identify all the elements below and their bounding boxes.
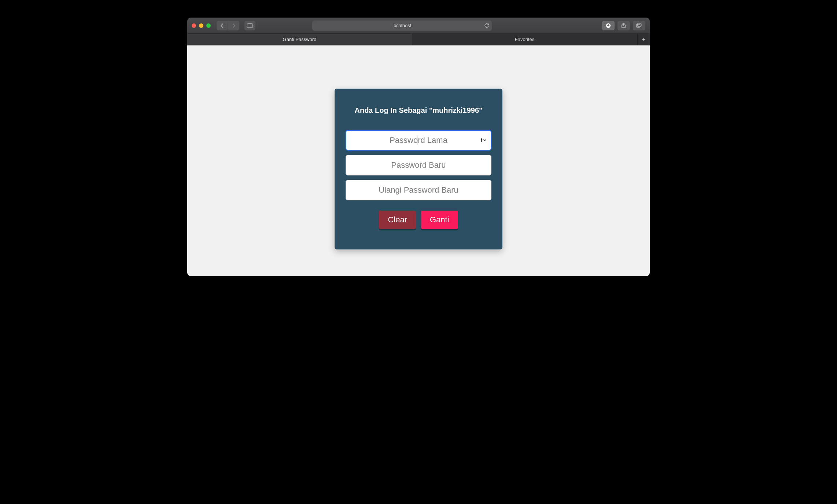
minimize-window-button[interactable] [199, 23, 203, 28]
window-controls [192, 23, 211, 28]
password-autofill-button[interactable] [480, 138, 486, 142]
tab-label: Ganti Password [283, 37, 317, 42]
button-row: Clear Ganti [346, 211, 491, 229]
new-password-field-wrap [346, 155, 491, 175]
reload-icon [484, 23, 489, 28]
chevron-down-icon [483, 139, 486, 141]
tabs-overview-button[interactable] [633, 21, 645, 30]
share-icon [621, 23, 626, 28]
tabs-icon [636, 23, 642, 28]
close-window-button[interactable] [192, 23, 196, 28]
tab-ganti-password[interactable]: Ganti Password [187, 34, 412, 45]
key-icon [480, 138, 483, 142]
address-bar[interactable]: localhost [312, 21, 492, 31]
svg-rect-4 [637, 24, 640, 27]
reload-button[interactable] [484, 23, 489, 28]
old-password-field-wrap [346, 130, 491, 151]
text-caret [417, 136, 417, 145]
tab-label: Favorites [515, 37, 534, 42]
change-password-card: Anda Log In Sebagai "muhrizki1996" [335, 89, 502, 249]
chevron-left-icon [220, 23, 224, 28]
svg-rect-0 [247, 23, 253, 27]
share-button[interactable] [617, 21, 630, 30]
titlebar: localhost [187, 18, 650, 34]
chevron-right-icon [232, 23, 236, 28]
page-viewport: Anda Log In Sebagai "muhrizki1996" [187, 45, 650, 276]
svg-rect-8 [481, 142, 482, 142]
forward-button[interactable] [228, 21, 239, 30]
submit-button[interactable]: Ganti [421, 211, 458, 229]
back-button[interactable] [217, 21, 228, 30]
browser-window: localhost [187, 18, 650, 276]
new-tab-button[interactable]: + [637, 34, 650, 45]
repeat-password-field-wrap [346, 180, 491, 200]
nav-back-forward [217, 21, 239, 30]
new-password-input[interactable] [346, 155, 491, 175]
tab-favorites[interactable]: Favorites [412, 34, 637, 45]
sidebar-icon [247, 23, 253, 28]
zoom-window-button[interactable] [206, 23, 211, 28]
card-heading: Anda Log In Sebagai "muhrizki1996" [346, 106, 491, 115]
sidebar-toggle-button[interactable] [244, 21, 255, 30]
downloads-button[interactable] [602, 21, 615, 30]
tab-bar: Ganti Password Favorites + [187, 34, 650, 45]
old-password-input[interactable] [346, 130, 491, 151]
toolbar-right [602, 21, 645, 30]
svg-rect-5 [638, 23, 641, 26]
repeat-password-input[interactable] [346, 180, 491, 200]
address-text: localhost [392, 23, 411, 28]
download-icon [606, 23, 611, 28]
clear-button[interactable]: Clear [379, 211, 416, 229]
